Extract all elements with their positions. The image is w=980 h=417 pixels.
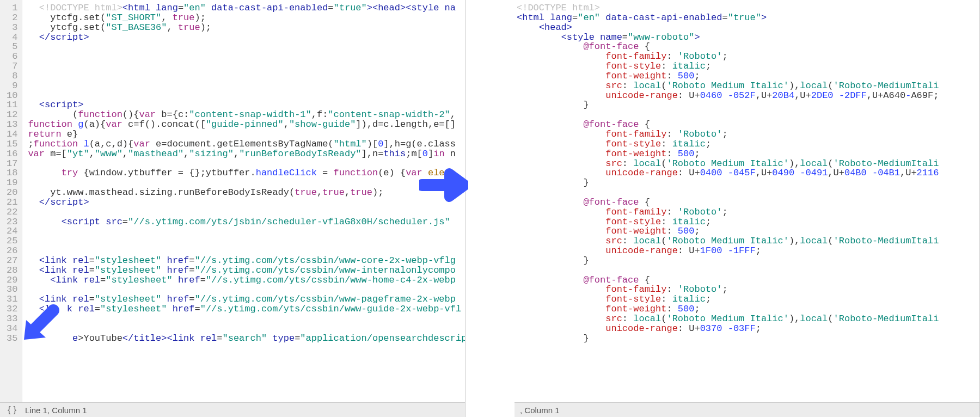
code-line[interactable] (28, 226, 462, 236)
code-line[interactable]: font-style: italic; (517, 217, 976, 227)
code-line[interactable] (517, 188, 976, 198)
code-line[interactable]: e>YouTube</title><link rel="search" type… (28, 334, 462, 344)
gutter-line: 28 (7, 266, 17, 275)
code-line[interactable]: var m=["yt","www","masthead","sizing","r… (28, 149, 462, 159)
code-line[interactable]: unicode-range: U+0400 -045F,U+0490 -0491… (517, 168, 976, 178)
code-line[interactable]: src: local('Roboto Medium Italic'),local… (517, 81, 976, 91)
code-line[interactable]: <style name="www-roboto"> (517, 33, 976, 42)
left-statusbar: { } Line 1, Column 1 (0, 402, 465, 417)
code-line[interactable]: </script> (28, 198, 462, 207)
code-line[interactable]: } (517, 334, 976, 344)
code-line[interactable]: <script src="//s.ytimg.com/yts/jsbin/sch… (28, 217, 462, 227)
code-line[interactable] (28, 52, 462, 62)
left-code-body[interactable]: <!DOCTYPE html><html lang="en" data-cast… (22, 0, 465, 402)
code-line[interactable]: <!DOCTYPE html><html lang="en" data-cast… (28, 3, 462, 13)
code-line[interactable]: @font-face { (517, 42, 976, 52)
code-line[interactable]: <script> (28, 100, 462, 110)
gutter-line: 12 (7, 110, 17, 120)
gutter-line: 4 (7, 33, 17, 42)
code-line[interactable] (28, 91, 462, 101)
right-code-area[interactable]: <!DOCTYPE html><html lang="en" data-cast… (514, 0, 979, 402)
code-line[interactable]: return e} (28, 130, 462, 139)
gutter-line: 7 (7, 62, 17, 71)
code-line[interactable]: <link rel="stylesheet" href="//s.ytimg.c… (28, 295, 462, 304)
gutter-line: 23 (7, 217, 17, 227)
code-line[interactable] (28, 285, 462, 295)
code-line[interactable]: font-style: italic; (517, 62, 976, 71)
gutter-line: 1 (7, 3, 17, 13)
gutter-line: 15 (7, 139, 17, 149)
code-line[interactable]: unicode-range: U+0370 -03FF; (517, 324, 976, 334)
gutter-line: 21 (7, 198, 17, 207)
code-line[interactable]: src: local('Roboto Medium Italic'),local… (517, 314, 976, 324)
code-line[interactable]: <!DOCTYPE html> (517, 3, 976, 13)
code-line[interactable] (28, 207, 462, 217)
code-line[interactable]: font-weight: 500; (517, 226, 976, 236)
code-line[interactable]: ytcfg.set("ST_BASE36", true); (28, 23, 462, 33)
code-line[interactable]: font-style: italic; (517, 295, 976, 304)
gutter-line: 13 (7, 120, 17, 130)
gutter-line: 22 (7, 207, 17, 217)
code-line[interactable]: font-weight: 500; (517, 304, 976, 314)
gutter-line: 8 (7, 71, 17, 81)
gutter-line: 35 (7, 334, 17, 344)
code-line[interactable]: @font-face { (517, 120, 976, 130)
right-code-body[interactable]: <!DOCTYPE html><html lang="en" data-cast… (514, 0, 979, 402)
code-line[interactable]: src: local('Roboto Medium Italic'),local… (517, 236, 976, 246)
code-line[interactable] (28, 236, 462, 246)
code-line[interactable]: <l k rel="stylesheet" href="//s.ytimg.co… (28, 304, 462, 314)
code-line[interactable] (517, 266, 976, 275)
code-line[interactable]: unicode-range: U+1F00 -1FFF; (517, 246, 976, 256)
center-gap (465, 0, 514, 417)
code-line[interactable] (28, 62, 462, 71)
code-line[interactable]: ytcfg.set("ST_SHORT", true); (28, 13, 462, 23)
code-line[interactable]: </script> (28, 33, 462, 42)
code-line[interactable]: font-weight: 500; (517, 149, 976, 159)
code-line[interactable]: } (517, 100, 976, 110)
code-line[interactable]: (function(){var b={c:"content-snap-width… (28, 110, 462, 120)
code-line[interactable] (28, 71, 462, 81)
code-line[interactable]: yt.www.masthead.sizing.runBeforeBodyIsRe… (28, 188, 462, 198)
code-line[interactable] (28, 324, 462, 334)
code-line[interactable]: @font-face { (517, 198, 976, 207)
code-line[interactable]: unicode-range: U+0460 -052F,U+20B4,U+2DE… (517, 91, 976, 101)
code-line[interactable]: font-family: 'Roboto'; (517, 52, 976, 62)
gutter-line: 2 (7, 13, 17, 23)
code-line[interactable]: <head> (517, 23, 976, 33)
braces-icon[interactable]: { } (0, 404, 22, 415)
editor-workspace: 1234567891011121314151617181920212223242… (0, 0, 980, 417)
gutter-line: 26 (7, 246, 17, 256)
gutter-line: 9 (7, 81, 17, 91)
code-line[interactable] (517, 110, 976, 120)
code-line[interactable]: ;function l(a,c,d){var e=document.getEle… (28, 139, 462, 149)
code-line[interactable]: try {window.ytbuffer = {};ytbuffer.handl… (28, 168, 462, 178)
code-line[interactable]: } (517, 256, 976, 266)
cursor-location-right: , Column 1 (514, 406, 562, 415)
code-line[interactable]: font-family: 'Roboto'; (517, 285, 976, 295)
code-line[interactable]: function g(a){var c=f().concat(["guide-p… (28, 120, 462, 130)
code-line[interactable] (28, 159, 462, 169)
code-line[interactable]: @font-face { (517, 275, 976, 285)
code-line[interactable] (28, 42, 462, 52)
gutter-line: 11 (7, 100, 17, 110)
code-line[interactable]: font-family: 'Roboto'; (517, 130, 976, 139)
right-statusbar: , Column 1 (514, 402, 979, 417)
code-line[interactable]: font-weight: 500; (517, 71, 976, 81)
code-line[interactable]: font-style: italic; (517, 139, 976, 149)
code-line[interactable]: <link rel="stylesheet" href="//s.ytimg.c… (28, 275, 462, 285)
gutter-line: 31 (7, 295, 17, 304)
code-line[interactable]: <link rel="stylesheet" href="//s.ytimg.c… (28, 266, 462, 275)
left-code-area[interactable]: 1234567891011121314151617181920212223242… (0, 0, 465, 402)
gutter-line: 18 (7, 168, 17, 178)
left-gutter: 1234567891011121314151617181920212223242… (0, 0, 22, 402)
gutter-line: 3 (7, 23, 17, 33)
code-line[interactable]: <link rel="stylesheet" href="//s.ytimg.c… (28, 256, 462, 266)
code-line[interactable] (28, 81, 462, 91)
code-line[interactable]: } (517, 178, 976, 188)
code-line[interactable]: src: local('Roboto Medium Italic'),local… (517, 159, 976, 169)
code-line[interactable] (28, 178, 462, 188)
code-line[interactable]: <html lang="en" data-cast-api-enabled="t… (517, 13, 976, 23)
code-line[interactable] (28, 314, 462, 324)
code-line[interactable]: font-family: 'Roboto'; (517, 207, 976, 217)
code-line[interactable] (28, 246, 462, 256)
